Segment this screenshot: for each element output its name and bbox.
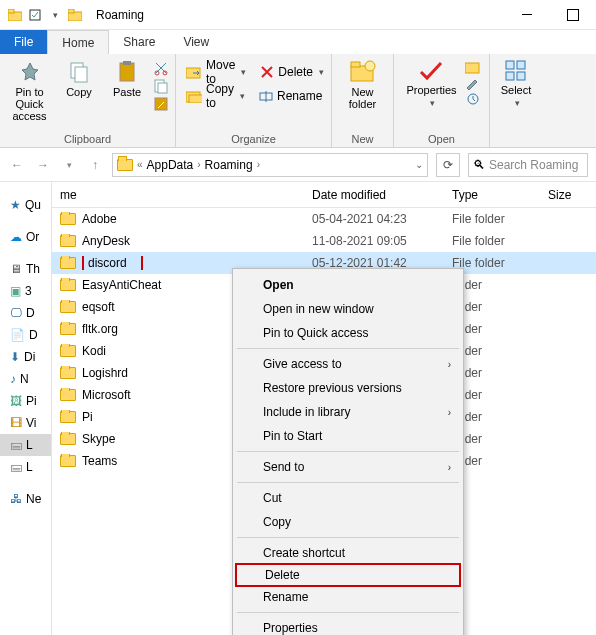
cut-icon[interactable] — [153, 60, 169, 76]
pc-icon: 🖥 — [10, 262, 22, 276]
table-row[interactable]: AnyDesk11-08-2021 09:05File folder — [52, 230, 596, 252]
cell-name: Adobe — [52, 212, 304, 226]
svg-rect-26 — [506, 72, 514, 80]
chevron-right-icon: › — [448, 462, 451, 473]
tab-share[interactable]: Share — [109, 30, 169, 54]
sidebar-item[interactable]: 🖴L — [0, 434, 51, 456]
breadcrumb[interactable]: « AppData › Roaming › ⌄ — [112, 153, 428, 177]
ctx-give-access-to[interactable]: Give access to› — [235, 352, 461, 376]
new-folder-button[interactable]: New folder — [338, 58, 387, 112]
sidebar-item[interactable]: 🖵D — [0, 302, 51, 324]
pin-quick-access-button[interactable]: Pin to Quick access — [6, 58, 53, 124]
ctx-send-to[interactable]: Send to› — [235, 455, 461, 479]
recent-locations-button[interactable]: ▾ — [60, 156, 78, 174]
ribbon-group-organize: Move to▾ Delete▾ Copy to▾ Rename Organiz… — [176, 54, 332, 147]
folder-icon — [60, 213, 76, 225]
folder-icon — [117, 159, 133, 171]
ctx-rename[interactable]: Rename — [235, 585, 461, 609]
column-name[interactable]: me — [52, 188, 304, 202]
sidebar-item[interactable]: 🖼Pi — [0, 390, 51, 412]
delete-button[interactable]: Delete▾ — [256, 62, 328, 82]
paste-button[interactable]: Paste — [105, 58, 149, 100]
ctx-open-new-window[interactable]: Open in new window — [235, 297, 461, 321]
sidebar-item[interactable]: ♪N — [0, 368, 51, 390]
qat-item[interactable] — [28, 8, 42, 22]
move-to-button[interactable]: Move to▾ — [182, 62, 250, 82]
ctx-create-shortcut[interactable]: Create shortcut — [235, 541, 461, 565]
separator — [237, 612, 459, 613]
select-grid-icon — [505, 60, 527, 82]
maximize-button[interactable] — [550, 0, 596, 30]
nav-sidebar: ★Qu ☁Or 🖥Th ▣3 🖵D 📄D ⬇Di ♪N 🖼Pi 🎞Vi 🖴L 🖴… — [0, 182, 52, 635]
column-date[interactable]: Date modified — [304, 188, 444, 202]
sidebar-item[interactable]: ⬇Di — [0, 346, 51, 368]
properties-button[interactable]: Properties ▾ — [402, 58, 460, 110]
breadcrumb-segment[interactable]: Roaming — [205, 158, 253, 172]
documents-icon: 📄 — [10, 328, 25, 342]
chevron-right-icon: « — [137, 159, 143, 170]
up-button[interactable]: ↑ — [86, 156, 104, 174]
cell-name: AnyDesk — [52, 234, 304, 248]
refresh-button[interactable]: ⟳ — [436, 153, 460, 177]
svg-rect-8 — [123, 61, 131, 65]
paste-shortcut-icon[interactable] — [153, 96, 169, 112]
chevron-down-icon[interactable]: ⌄ — [415, 159, 423, 170]
download-icon: ⬇ — [10, 350, 20, 364]
sidebar-item[interactable]: 📄D — [0, 324, 51, 346]
rename-button[interactable]: Rename — [255, 86, 326, 106]
table-row[interactable]: Adobe05-04-2021 04:23File folder — [52, 208, 596, 230]
folder-icon — [8, 8, 22, 22]
edit-icon[interactable] — [465, 76, 481, 90]
tab-home[interactable]: Home — [47, 30, 109, 54]
ribbon: Pin to Quick access Copy Paste Clipboard — [0, 54, 596, 148]
sidebar-item[interactable]: 🎞Vi — [0, 412, 51, 434]
copy-icon — [67, 60, 91, 84]
sidebar-item[interactable]: 🖴L — [0, 456, 51, 478]
chevron-down-icon: ▾ — [430, 98, 435, 108]
copy-button[interactable]: Copy — [57, 58, 101, 100]
column-size[interactable]: Size — [540, 188, 596, 202]
ribbon-group-label: Clipboard — [6, 131, 169, 145]
ctx-properties[interactable]: Properties — [235, 616, 461, 635]
tab-file[interactable]: File — [0, 30, 47, 54]
ctx-delete[interactable]: Delete — [235, 563, 461, 587]
qat-overflow[interactable]: ▾ — [48, 8, 62, 22]
minimize-button[interactable] — [504, 0, 550, 30]
forward-button[interactable]: → — [34, 156, 52, 174]
sidebar-item[interactable]: ★Qu — [0, 194, 51, 216]
desktop-icon: 🖵 — [10, 306, 22, 320]
ctx-pin-to-start[interactable]: Pin to Start — [235, 424, 461, 448]
ribbon-group-label: Organize — [182, 131, 325, 145]
ctx-restore-previous[interactable]: Restore previous versions — [235, 376, 461, 400]
ctx-include-in-library[interactable]: Include in library› — [235, 400, 461, 424]
ctx-open[interactable]: Open — [235, 273, 461, 297]
sidebar-item[interactable]: 🖥Th — [0, 258, 51, 280]
ctx-copy[interactable]: Copy — [235, 510, 461, 534]
chevron-down-icon: ▾ — [319, 67, 324, 77]
column-type[interactable]: Type — [444, 188, 540, 202]
sidebar-item[interactable]: 🖧Ne — [0, 488, 51, 510]
select-button[interactable]: Select ▾ — [494, 58, 538, 110]
chevron-right-icon: › — [257, 159, 260, 170]
ctx-pin-quick-access[interactable]: Pin to Quick access — [235, 321, 461, 345]
new-folder-icon — [349, 60, 377, 84]
ctx-cut[interactable]: Cut — [235, 486, 461, 510]
breadcrumb-segment[interactable]: AppData — [147, 158, 194, 172]
sidebar-item[interactable]: ☁Or — [0, 226, 51, 248]
search-input[interactable]: 🔍︎ Search Roaming — [468, 153, 588, 177]
copy-path-icon[interactable] — [153, 78, 169, 94]
back-button[interactable]: ← — [8, 156, 26, 174]
history-icon[interactable] — [465, 92, 481, 106]
open-icon[interactable] — [465, 60, 481, 74]
tab-view[interactable]: View — [169, 30, 223, 54]
ribbon-tabs: File Home Share View — [0, 30, 596, 54]
svg-rect-1 — [8, 9, 14, 13]
ribbon-group-label: Open — [400, 131, 483, 145]
sidebar-item[interactable]: ▣3 — [0, 280, 51, 302]
copy-to-button[interactable]: Copy to▾ — [182, 86, 249, 106]
delete-x-icon — [260, 65, 274, 79]
ribbon-group-label: New — [338, 131, 387, 145]
folder-icon — [60, 279, 76, 291]
svg-point-21 — [365, 61, 375, 71]
cell-type: File folder — [444, 234, 540, 248]
